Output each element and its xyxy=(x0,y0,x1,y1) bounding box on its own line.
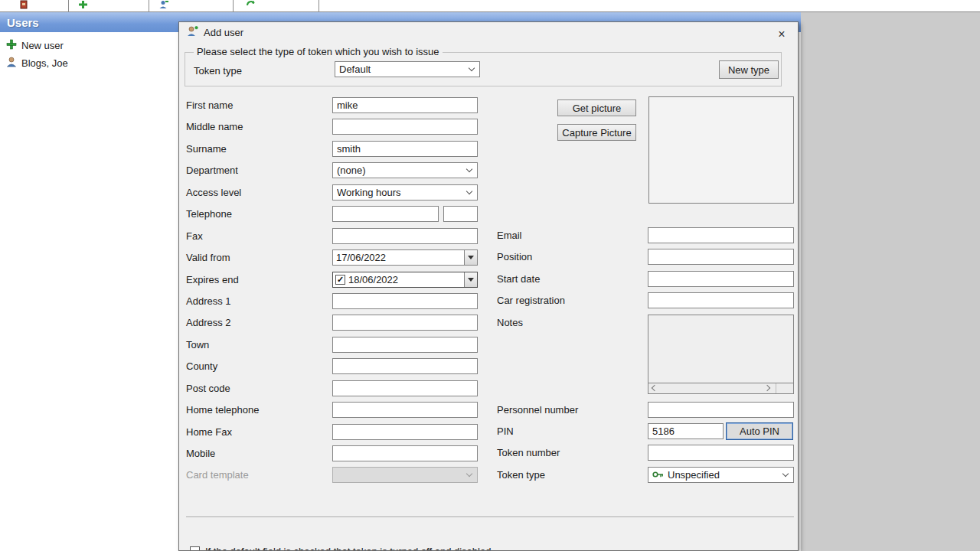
token-type-bottom-value: Unspecified xyxy=(668,469,778,481)
form-row: Valid from 17/06/2022 xyxy=(186,249,492,271)
toolbar xyxy=(0,0,980,12)
chevron-down-icon xyxy=(462,468,477,482)
user-photo-box xyxy=(648,96,794,204)
form-row: Expires end ✓ 18/06/2022 xyxy=(186,272,492,293)
form-row: Fax xyxy=(186,228,492,249)
notes-label: Notes xyxy=(497,315,648,328)
token-type-group-label: Token type xyxy=(194,65,242,77)
access-level-select-value: Working hours xyxy=(337,187,462,198)
new-type-button[interactable]: New type xyxy=(719,60,779,79)
town-field[interactable] xyxy=(332,337,478,353)
fax-label: Fax xyxy=(186,228,332,242)
tree-item-blogs-joe[interactable]: Blogs, Joe xyxy=(0,54,178,72)
token-type-select[interactable]: Default xyxy=(335,61,480,77)
toolbar-button-1[interactable] xyxy=(0,0,69,11)
background-right-pane xyxy=(801,12,980,551)
tree-item-new-user[interactable]: New user xyxy=(0,37,178,54)
mobile-label: Mobile xyxy=(186,445,332,459)
mobile-field[interactable] xyxy=(332,445,478,461)
address1-field[interactable] xyxy=(332,293,478,309)
telephone-field[interactable] xyxy=(332,206,439,222)
access-level-label: Access level xyxy=(186,184,332,198)
bottom-option-row: If the default field is checked that tok… xyxy=(190,546,491,551)
add-user-icon xyxy=(187,26,198,39)
key-icon xyxy=(652,469,664,481)
form-row: Post code xyxy=(186,380,492,402)
users-header-label: Users xyxy=(7,16,39,29)
expires-end-checkbox[interactable]: ✓ xyxy=(335,275,345,285)
token-type-bottom-select[interactable]: Unspecified xyxy=(648,467,794,483)
form-row: Mobile xyxy=(186,445,492,467)
form-row: Telephone xyxy=(186,206,492,227)
card-template-label: Card template xyxy=(186,467,332,481)
scroll-right-icon[interactable] xyxy=(764,385,770,391)
home-telephone-field[interactable] xyxy=(332,402,478,418)
right-form-column: Email Position Start date Car registrati… xyxy=(497,227,795,488)
first-name-field[interactable]: mike xyxy=(332,97,478,113)
toolbar-button-3[interactable] xyxy=(149,0,234,11)
notes-horizontal-scrollbar[interactable] xyxy=(648,383,794,394)
add-user-dialog: Add user × Please select the type of tok… xyxy=(178,21,799,551)
token-type-select-value: Default xyxy=(339,64,464,75)
form-row: Home telephone xyxy=(186,402,492,423)
department-label: Department xyxy=(186,162,332,176)
position-label: Position xyxy=(497,249,648,262)
county-field[interactable] xyxy=(332,358,478,374)
address2-field[interactable] xyxy=(332,315,478,331)
telephone-label: Telephone xyxy=(186,206,332,220)
card-template-select xyxy=(332,467,478,483)
get-picture-button[interactable]: Get picture xyxy=(557,99,636,116)
dialog-title: Add user xyxy=(204,27,243,38)
start-date-label: Start date xyxy=(497,271,648,285)
close-icon[interactable]: × xyxy=(775,28,789,41)
fax-field[interactable] xyxy=(332,228,478,244)
tree-item-label: New user xyxy=(21,40,64,51)
home-fax-field[interactable] xyxy=(332,424,478,440)
start-date-field[interactable] xyxy=(648,271,794,287)
access-level-select[interactable]: Working hours xyxy=(332,184,478,201)
add-icon xyxy=(69,0,87,11)
scroll-left-icon[interactable] xyxy=(652,385,658,391)
form-row: Address 2 xyxy=(186,315,492,336)
toolbar-button-2[interactable] xyxy=(69,0,149,11)
post-code-field[interactable] xyxy=(332,380,478,396)
groupbox-legend: Please select the type of token which yo… xyxy=(194,46,443,57)
surname-field[interactable]: smith xyxy=(332,141,478,157)
dropdown-arrow-icon[interactable] xyxy=(464,272,477,287)
department-select-value: (none) xyxy=(337,165,462,176)
capture-picture-button[interactable]: Capture Picture xyxy=(557,124,636,141)
form-row: Access level Working hours xyxy=(186,184,492,206)
expires-end-date-picker[interactable]: ✓ 18/06/2022 xyxy=(332,272,478,288)
expires-end-label: Expires end xyxy=(186,272,332,285)
personnel-number-field[interactable] xyxy=(648,402,794,418)
car-registration-field[interactable] xyxy=(648,292,794,308)
town-label: Town xyxy=(186,337,332,350)
user-icon xyxy=(149,0,168,11)
dialog-titlebar[interactable]: Add user xyxy=(179,22,798,42)
form-row: Position xyxy=(497,249,795,270)
token-number-field[interactable] xyxy=(648,445,794,461)
person-icon xyxy=(6,57,17,70)
new-user-plus-icon xyxy=(6,39,17,52)
refresh-icon xyxy=(234,0,256,11)
auto-pin-button[interactable]: Auto PIN xyxy=(726,422,793,440)
form-row: Email xyxy=(497,227,795,249)
bottom-option-checkbox[interactable] xyxy=(190,546,200,551)
email-field[interactable] xyxy=(648,227,794,243)
notes-field[interactable] xyxy=(648,315,794,383)
telephone-extension-field[interactable] xyxy=(443,206,478,222)
form-row: First name mike xyxy=(186,97,492,119)
middle-name-field[interactable] xyxy=(332,119,478,135)
department-select[interactable]: (none) xyxy=(332,162,478,178)
token-type-label: Token type xyxy=(497,467,648,481)
valid-from-date-picker[interactable]: 17/06/2022 xyxy=(332,249,478,266)
pin-field[interactable]: 5186 xyxy=(648,423,724,439)
toolbar-button-4[interactable] xyxy=(234,0,319,11)
bottom-option-label: If the default field is checked that tok… xyxy=(205,546,491,551)
car-registration-label: Car registration xyxy=(497,292,648,306)
position-field[interactable] xyxy=(648,249,794,265)
dropdown-arrow-icon[interactable] xyxy=(464,250,477,265)
surname-label: Surname xyxy=(186,141,332,155)
county-label: County xyxy=(186,358,332,372)
home-telephone-label: Home telephone xyxy=(186,402,332,416)
